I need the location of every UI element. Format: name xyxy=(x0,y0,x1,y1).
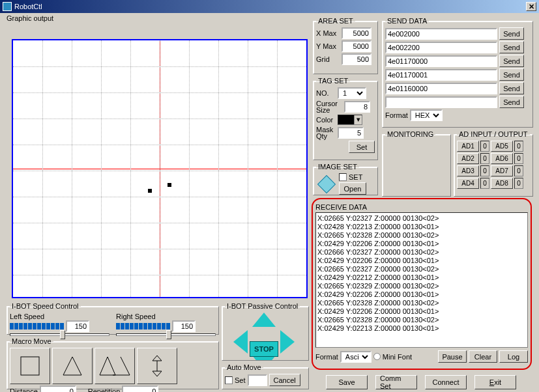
right-speed-slider[interactable] xyxy=(116,333,216,336)
ad4-button[interactable]: AD4 xyxy=(457,178,479,189)
receive-line: X:02665 Y:02327 Z:00000 00130<02> xyxy=(317,265,526,273)
receive-line: X:02429 Y:02212 Z:00000 00130<01> xyxy=(317,273,526,282)
send-format-select[interactable]: HEX xyxy=(410,109,443,121)
macro-doubletriangle-button[interactable] xyxy=(95,348,135,384)
monitoring-group: MONITORING xyxy=(382,130,451,197)
passive-control-group: I-BOT Passive Control STOP xyxy=(222,302,309,361)
send-data-input[interactable] xyxy=(385,28,497,40)
repetition-label: Repetition xyxy=(88,387,121,392)
send-data-input[interactable] xyxy=(385,55,497,67)
mask-input[interactable] xyxy=(338,127,364,139)
send-data-input[interactable] xyxy=(385,96,497,108)
area-set-group: AREA SET X Max Y Max Grid xyxy=(313,17,378,74)
right-speed-input[interactable] xyxy=(172,320,196,332)
left-speed-slider[interactable] xyxy=(10,333,109,336)
app-icon xyxy=(3,2,12,11)
grid-input[interactable] xyxy=(342,53,371,65)
tag-no-select[interactable]: 1 xyxy=(338,87,366,99)
macro-updown-button[interactable] xyxy=(137,348,177,384)
ymax-input[interactable] xyxy=(342,40,371,52)
graphic-output-label: Graphic output xyxy=(7,14,53,22)
receive-line: X:02665 Y:02329 Z:00000 00130<02> xyxy=(317,282,526,290)
tag-set-button[interactable]: Set xyxy=(349,141,375,153)
adio-group: AD INPUT / OUTPUT AD10AD50 AD20AD60 AD30… xyxy=(454,130,533,197)
xmax-input[interactable] xyxy=(342,27,371,39)
pause-button[interactable]: Pause xyxy=(438,350,467,363)
send-button[interactable]: Send xyxy=(499,55,524,67)
cursor-input[interactable] xyxy=(344,101,370,113)
ad2-button[interactable]: AD2 xyxy=(457,153,479,164)
macro-square-button[interactable] xyxy=(10,348,50,384)
window-title: RobotCtl xyxy=(14,3,42,10)
macro-triangle-button[interactable] xyxy=(52,348,93,384)
image-open-button[interactable]: Open xyxy=(339,182,366,195)
clear-button[interactable]: Clear xyxy=(469,350,497,363)
speed-title: I-BOT Speed Control xyxy=(10,302,81,310)
tag-set-title: TAG SET xyxy=(316,77,350,85)
xmax-label: X Max xyxy=(316,29,340,37)
svg-rect-0 xyxy=(21,357,39,375)
ad5-button[interactable]: AD5 xyxy=(491,141,513,152)
send-button[interactable]: Send xyxy=(499,68,524,81)
monitoring-title: MONITORING xyxy=(385,130,435,138)
arrow-right-icon[interactable] xyxy=(280,330,295,354)
ad1-button[interactable]: AD1 xyxy=(457,141,479,152)
image-set-checkbox[interactable] xyxy=(339,173,347,181)
mini-font-radio[interactable] xyxy=(373,353,381,360)
receive-line: X:02429 Y:02206 Z:00000 00130<01> xyxy=(317,307,526,316)
auto-set-input[interactable] xyxy=(248,374,267,386)
auto-set-checkbox[interactable] xyxy=(225,376,233,384)
ad3-value: 0 xyxy=(480,165,489,176)
receive-line: X:02665 Y:02328 Z:00000 00130<02> xyxy=(317,231,526,240)
cursor-label: Cursor Size xyxy=(316,100,342,113)
auto-cancel-button[interactable]: Cancel xyxy=(269,374,300,386)
commset-button[interactable]: Comm Set xyxy=(375,375,417,389)
compass-icon xyxy=(317,175,336,193)
color-label: Color xyxy=(316,116,336,124)
exit-button[interactable]: Exit xyxy=(474,375,516,389)
send-data-input[interactable] xyxy=(385,83,497,94)
send-data-title: SEND DATA xyxy=(385,17,429,25)
receive-list[interactable]: X:02665 Y:02327 Z:00000 00130<02>X:02428… xyxy=(315,212,528,348)
save-button[interactable]: Save xyxy=(326,375,368,389)
repetition-input[interactable] xyxy=(122,385,158,392)
recv-format-label: Format xyxy=(315,353,338,361)
ad3-button[interactable]: AD3 xyxy=(457,165,479,176)
receive-title: RECEIVE DATA xyxy=(315,203,528,211)
arrow-up-icon[interactable] xyxy=(252,313,276,327)
image-set-label: SET xyxy=(349,173,362,181)
right-speed-label: Right Speed xyxy=(116,313,156,320)
connect-button[interactable]: Connect xyxy=(425,375,467,389)
distance-input[interactable] xyxy=(40,385,76,392)
left-speed-label: Left Speed xyxy=(10,313,44,320)
macro-move-group: Macro Move Distance Repetition xyxy=(7,337,219,389)
auto-set-label: Set xyxy=(235,376,246,384)
auto-move-group: Auto Move Set Cancel xyxy=(222,363,309,389)
stop-button[interactable]: STOP xyxy=(250,341,278,357)
color-picker[interactable]: ▾ xyxy=(338,115,362,125)
ad7-value: 0 xyxy=(514,165,523,176)
ad7-button[interactable]: AD7 xyxy=(491,165,513,176)
left-speed-bars xyxy=(10,323,64,329)
send-button[interactable]: Send xyxy=(499,41,524,53)
receive-line: X:02428 Y:02213 Z:00000 00130<01> xyxy=(317,223,526,231)
distance-label: Distance xyxy=(10,387,38,392)
graphic-canvas[interactable] xyxy=(12,39,308,298)
receive-line: X:02429 Y:02206 Z:00000 00130<01> xyxy=(317,290,526,299)
grid-label: Grid xyxy=(316,55,340,63)
send-data-input[interactable] xyxy=(385,42,497,53)
ad8-button[interactable]: AD8 xyxy=(491,178,513,189)
send-button[interactable]: Send xyxy=(499,27,524,40)
recv-format-select[interactable]: Ascii xyxy=(340,351,371,363)
ad2-value: 0 xyxy=(480,153,489,164)
arrow-left-icon[interactable] xyxy=(233,330,248,354)
plot-point xyxy=(148,189,152,193)
send-button[interactable]: Send xyxy=(499,82,524,94)
send-data-input[interactable] xyxy=(385,69,497,81)
left-speed-input[interactable] xyxy=(66,320,89,332)
send-button[interactable]: Send xyxy=(499,96,524,108)
auto-move-title: Auto Move xyxy=(225,363,263,371)
close-icon[interactable]: ✕ xyxy=(526,2,536,11)
ad6-button[interactable]: AD6 xyxy=(491,153,513,164)
log-button[interactable]: Log xyxy=(499,350,528,363)
